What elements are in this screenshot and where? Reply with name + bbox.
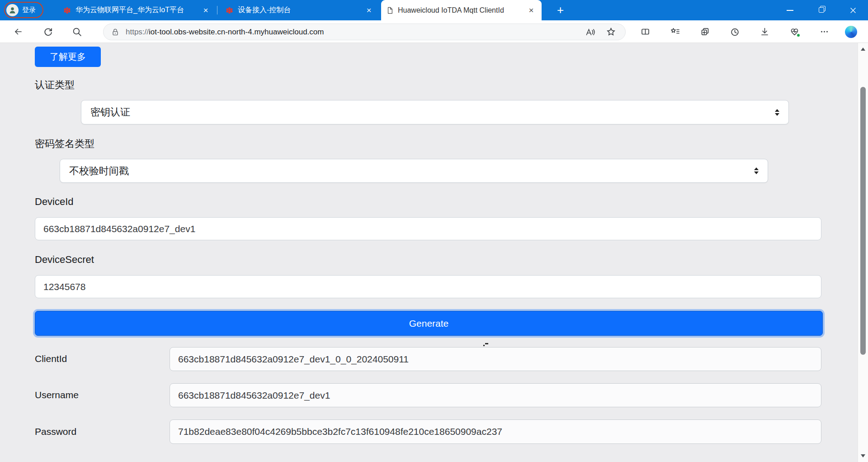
tab-active-mqtt-client[interactable]: Huaweicloud IoTDA Mqtt ClientId × bbox=[381, 0, 542, 20]
learn-more-button[interactable]: 了解更多 bbox=[35, 47, 101, 67]
scroll-down-arrow-icon[interactable] bbox=[861, 454, 865, 457]
scroll-up-arrow-icon[interactable] bbox=[861, 48, 865, 51]
browser-essentials-button[interactable] bbox=[786, 24, 802, 40]
vertical-scrollbar[interactable] bbox=[858, 43, 868, 462]
download-icon bbox=[760, 27, 769, 36]
client-id-label: ClientId bbox=[35, 353, 67, 364]
device-id-input[interactable] bbox=[35, 217, 821, 240]
sign-type-value: 不校验时间戳 bbox=[69, 164, 129, 178]
select-arrows-icon bbox=[754, 167, 759, 174]
refresh-button[interactable] bbox=[40, 24, 56, 40]
tab-title: 设备接入-控制台 bbox=[238, 5, 359, 15]
browser-window: 登录 华为云物联网平台_华为云IoT平台 × 设 bbox=[0, 0, 868, 462]
history-button[interactable] bbox=[726, 24, 743, 40]
mouse-cursor-artifact bbox=[483, 343, 489, 346]
search-button[interactable] bbox=[69, 24, 85, 40]
client-id-output[interactable] bbox=[170, 347, 821, 371]
back-button[interactable] bbox=[10, 24, 26, 40]
close-icon bbox=[849, 7, 857, 14]
huawei-logo-icon bbox=[63, 7, 71, 14]
url-text: https://iot-tool.obs-website.cn-north-4.… bbox=[126, 28, 324, 37]
toolbar: https://iot-tool.obs-website.cn-north-4.… bbox=[0, 20, 868, 43]
tab-title: Huaweicloud IoTDA Mqtt ClientId bbox=[398, 6, 522, 14]
tab-huawei-iot-platform[interactable]: 华为云物联网平台_华为云IoT平台 × bbox=[58, 0, 216, 20]
password-output[interactable] bbox=[170, 419, 821, 444]
favorites-star-list-icon bbox=[670, 27, 680, 36]
minimize-icon bbox=[787, 10, 793, 11]
person-icon bbox=[9, 6, 16, 14]
generate-button[interactable]: Generate bbox=[35, 311, 823, 336]
username-output[interactable] bbox=[170, 383, 821, 407]
profile-button[interactable]: 登录 bbox=[4, 2, 43, 18]
avatar bbox=[6, 4, 19, 16]
close-window-button[interactable] bbox=[843, 0, 863, 20]
search-icon bbox=[72, 27, 82, 37]
device-secret-label: DeviceSecret bbox=[35, 254, 94, 266]
restore-window-button[interactable] bbox=[811, 0, 832, 20]
tab-title: 华为云物联网平台_华为云IoT平台 bbox=[75, 5, 196, 15]
refresh-icon bbox=[43, 27, 53, 37]
device-secret-input[interactable] bbox=[35, 275, 821, 298]
browser-essentials-icon bbox=[790, 27, 799, 36]
star-icon bbox=[606, 27, 616, 37]
url-host: iot-tool.obs-website.cn-north-4.myhuawei… bbox=[149, 28, 324, 37]
auth-type-value: 密钥认证 bbox=[90, 105, 130, 119]
read-aloud-icon bbox=[585, 28, 595, 37]
lock-icon bbox=[111, 28, 120, 37]
split-screen-icon bbox=[641, 27, 650, 36]
minimize-button[interactable] bbox=[779, 0, 800, 20]
health-check-badge bbox=[797, 33, 800, 37]
scrollbar-thumb[interactable] bbox=[860, 87, 866, 355]
huawei-logo-icon bbox=[226, 7, 233, 14]
address-bar[interactable]: https://iot-tool.obs-website.cn-north-4.… bbox=[103, 24, 626, 40]
password-label: Password bbox=[35, 426, 76, 437]
new-tab-button[interactable]: + bbox=[553, 3, 567, 17]
auth-type-select[interactable]: 密钥认证 bbox=[81, 100, 789, 124]
tab-separator bbox=[217, 6, 217, 14]
favorite-star-button[interactable] bbox=[604, 25, 618, 39]
history-clock-icon bbox=[730, 27, 740, 37]
copilot-icon bbox=[845, 26, 857, 38]
close-tab-icon[interactable]: × bbox=[201, 5, 211, 15]
collections-icon bbox=[700, 27, 710, 36]
split-screen-button[interactable] bbox=[637, 24, 653, 40]
url-protocol: https:// bbox=[126, 28, 149, 37]
username-label: Username bbox=[35, 390, 79, 400]
tab-device-access-console[interactable]: 设备接入-控制台 × bbox=[220, 0, 379, 20]
collections-button[interactable] bbox=[697, 24, 713, 40]
ellipsis-icon bbox=[820, 27, 829, 36]
tab-bar: 登录 华为云物联网平台_华为云IoT平台 × 设 bbox=[0, 0, 868, 20]
more-options-button[interactable] bbox=[816, 24, 832, 40]
page-content: 了解更多 认证类型 密钥认证 密码签名类型 不校验时间戳 DeviceId De… bbox=[0, 43, 858, 462]
close-tab-icon[interactable]: × bbox=[526, 5, 536, 15]
copilot-button[interactable] bbox=[844, 24, 858, 39]
close-tab-icon[interactable]: × bbox=[364, 5, 374, 15]
sign-type-select[interactable]: 不校验时间戳 bbox=[60, 159, 768, 183]
read-aloud-button[interactable] bbox=[583, 25, 597, 39]
auth-type-label: 认证类型 bbox=[35, 78, 75, 92]
downloads-button[interactable] bbox=[756, 24, 773, 40]
back-arrow-icon bbox=[13, 27, 23, 36]
document-icon bbox=[387, 6, 393, 14]
profile-label: 登录 bbox=[22, 6, 36, 14]
device-id-label: DeviceId bbox=[35, 196, 74, 208]
sign-type-label: 密码签名类型 bbox=[35, 137, 94, 151]
select-arrows-icon bbox=[775, 109, 779, 116]
favorites-button[interactable] bbox=[667, 24, 683, 40]
restore-icon bbox=[819, 7, 825, 13]
